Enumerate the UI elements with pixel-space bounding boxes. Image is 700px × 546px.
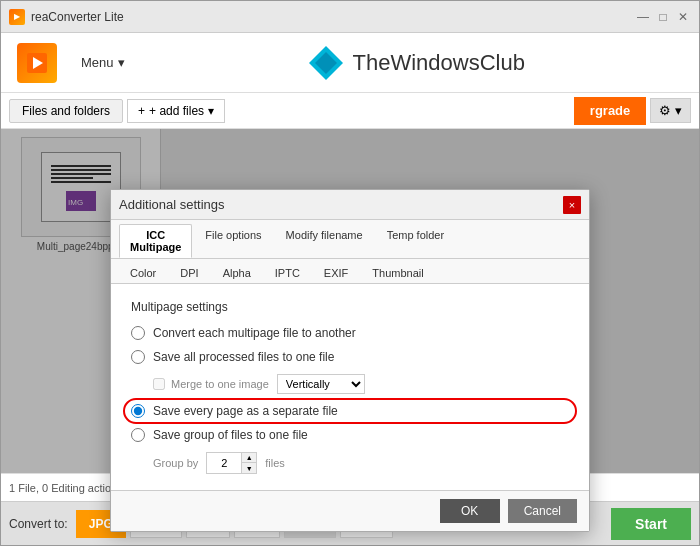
additional-settings-dialog: Additional settings × ICC Multipage File…	[110, 189, 590, 532]
subtab-color[interactable]: Color	[119, 263, 167, 283]
subtab-dpi[interactable]: DPI	[169, 263, 209, 283]
merge-checkbox-item: Merge to one image	[153, 378, 269, 390]
radio-label-2: Save all processed files to one file	[153, 350, 334, 364]
main-content: IMG Multi_page24bpp.tif Additional setti…	[1, 129, 699, 473]
files-folders-tab[interactable]: Files and folders	[9, 99, 123, 123]
radio-item-2: Save all processed files to one file	[131, 350, 569, 364]
close-window-button[interactable]: ✕	[675, 9, 691, 25]
start-button[interactable]: Start	[611, 508, 691, 540]
dialog-tabs: ICC Multipage File options Modify filena…	[111, 220, 589, 259]
dialog-body: Multipage settings Convert each multipag…	[111, 284, 589, 490]
toolbar-row: Files and folders + + add files ▾ rgrade…	[1, 93, 699, 129]
dropdown-icon: ▾	[208, 104, 214, 118]
menu-button[interactable]: Menu ▾	[73, 51, 133, 74]
dialog-subtabs: Color DPI Alpha IPTC EXIF Thumbnail	[111, 259, 589, 284]
add-files-button[interactable]: + + add files ▾	[127, 99, 225, 123]
tab-icc-multipage[interactable]: ICC Multipage	[119, 224, 192, 258]
radio-convert-each[interactable]	[131, 326, 145, 340]
merge-label: Merge to one image	[171, 378, 269, 390]
radio-label-4: Save group of files to one file	[153, 428, 308, 442]
brand-name: TheWindowsClub	[353, 50, 525, 76]
tab-file-options[interactable]: File options	[194, 224, 272, 258]
radio-save-all[interactable]	[131, 350, 145, 364]
subtab-iptc[interactable]: IPTC	[264, 263, 311, 283]
status-text: 1 File, 0 Editing actio	[9, 482, 111, 494]
plus-icon: +	[138, 104, 145, 118]
radio-group: Convert each multipage file to another S…	[131, 326, 569, 474]
gear-chevron-icon: ▾	[675, 103, 682, 118]
files-label: files	[265, 457, 285, 469]
app-logo	[17, 43, 57, 83]
radio-item-1: Convert each multipage file to another	[131, 326, 569, 340]
merge-sub-options: Merge to one image Vertically Horizontal…	[153, 374, 569, 394]
subtab-alpha[interactable]: Alpha	[212, 263, 262, 283]
dialog-title-bar: Additional settings ×	[111, 190, 589, 220]
spin-buttons: ▲ ▼	[242, 452, 257, 474]
menu-label: Menu	[81, 55, 114, 70]
dialog-overlay: Additional settings × ICC Multipage File…	[1, 129, 699, 473]
radio-label-1: Convert each multipage file to another	[153, 326, 356, 340]
upgrade-label: rgrade	[590, 103, 630, 118]
section-title: Multipage settings	[131, 300, 569, 314]
menu-chevron-icon: ▾	[118, 55, 125, 70]
dialog-footer: OK Cancel	[111, 490, 589, 531]
merge-checkbox[interactable]	[153, 378, 165, 390]
app-header: Menu ▾ TheWindowsClub	[1, 33, 699, 93]
subtab-thumbnail[interactable]: Thumbnail	[361, 263, 434, 283]
dialog-title: Additional settings	[119, 197, 225, 212]
radio-item-4: Save group of files to one file	[131, 428, 569, 442]
spin-down-button[interactable]: ▼	[242, 463, 256, 473]
window-controls: — □ ✕	[635, 9, 691, 25]
add-files-label: + add files	[149, 104, 204, 118]
radio-item-3: Save every page as a separate file	[131, 404, 569, 418]
maximize-button[interactable]: □	[655, 9, 671, 25]
brand-area: TheWindowsClub	[149, 44, 683, 82]
tab-modify-filename[interactable]: Modify filename	[275, 224, 374, 258]
subtab-exif[interactable]: EXIF	[313, 263, 359, 283]
radio-save-every-page[interactable]	[131, 404, 145, 418]
dialog-close-button[interactable]: ×	[563, 196, 581, 214]
tab-temp-folder[interactable]: Temp folder	[376, 224, 455, 258]
app-title: reaConverter Lite	[31, 10, 124, 24]
ok-button[interactable]: OK	[440, 499, 500, 523]
title-bar-left: ▶ reaConverter Lite	[9, 9, 124, 25]
gear-icon: ⚙	[659, 103, 671, 118]
spin-up-button[interactable]: ▲	[242, 453, 256, 463]
convert-label: Convert to:	[9, 517, 68, 531]
main-window: ▶ reaConverter Lite — □ ✕ Menu ▾	[0, 0, 700, 546]
vertical-select[interactable]: Vertically Horizontally	[277, 374, 365, 394]
group-by-label: Group by	[153, 457, 198, 469]
app-icon: ▶	[9, 9, 25, 25]
radio-save-group[interactable]	[131, 428, 145, 442]
gear-button[interactable]: ⚙ ▾	[650, 98, 691, 123]
group-value-input[interactable]	[206, 452, 242, 474]
brand-logo: TheWindowsClub	[307, 44, 525, 82]
minimize-button[interactable]: —	[635, 9, 651, 25]
upgrade-button[interactable]: rgrade	[574, 97, 646, 125]
cancel-button[interactable]: Cancel	[508, 499, 577, 523]
radio-label-3: Save every page as a separate file	[153, 404, 338, 418]
title-bar: ▶ reaConverter Lite — □ ✕	[1, 1, 699, 33]
group-spinner: ▲ ▼	[206, 452, 257, 474]
group-by-row: Group by ▲ ▼ files	[153, 452, 569, 474]
